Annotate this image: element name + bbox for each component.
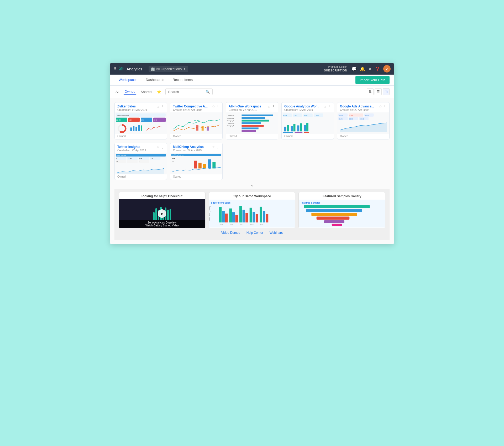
svg-rect-47	[291, 126, 293, 131]
more-icon[interactable]: ⋮	[383, 105, 387, 109]
tab-recent-items[interactable]: Recent Items	[168, 75, 197, 85]
workspace-card-twitter-insights[interactable]: Twitter Insights Created on: 22 Apr 2019…	[114, 143, 167, 180]
more-icon[interactable]: ⋮	[327, 105, 331, 109]
card-actions: ☆ ⋮	[268, 105, 275, 109]
svg-rect-16	[138, 125, 140, 131]
workspace-card-twitter-comp[interactable]: Twitter Competitive A... Created on: 23 …	[170, 102, 223, 139]
import-button[interactable]: Import Your Data	[355, 76, 390, 84]
workspace-card-zylker[interactable]: Zylker Sales Created on: 14 May 2019 ☆ ⋮…	[114, 102, 167, 139]
svg-rect-112	[256, 214, 258, 222]
svg-rect-49	[297, 125, 299, 131]
zylker-chart: Sales Dashboard $2.4M 1.2K 84% $340	[115, 112, 167, 134]
card-header: Google Analytics Wor... Created on: 22 A…	[282, 102, 334, 112]
card-actions: ☆ ⋮	[156, 105, 164, 109]
help-center-link[interactable]: Help Center	[246, 231, 263, 235]
building-icon: 🏢	[151, 67, 155, 71]
user-avatar[interactable]: Z	[383, 65, 391, 72]
close-icon[interactable]: ✕	[368, 66, 372, 71]
search-icon: 🔍	[206, 90, 210, 94]
sort-button[interactable]: ⇅	[367, 88, 374, 95]
analytics-logo-icon	[119, 66, 125, 72]
star-icon[interactable]: ☆	[323, 105, 326, 108]
card-thumbnail: 21.3%	[170, 112, 222, 134]
star-icon[interactable]: ☆	[156, 105, 159, 108]
search-input[interactable]	[168, 90, 204, 94]
sub-nav: Workspaces Dashboards Recent Items Impor…	[110, 75, 394, 86]
svg-rect-55	[304, 132, 309, 133]
chat-icon[interactable]: 💬	[351, 66, 357, 71]
svg-text:Category B: Category B	[227, 117, 234, 119]
org-selector[interactable]: 🏢 All Organizations ▼	[149, 66, 188, 72]
svg-text:0.05M: 0.05M	[339, 115, 343, 116]
svg-text:4.1K: 4.1K	[294, 115, 297, 116]
tab-dashboards[interactable]: Dashboards	[141, 75, 168, 85]
svg-text:Category A: Category A	[227, 115, 234, 116]
webinars-link[interactable]: Webinars	[270, 231, 283, 235]
workspace-card-mailchimp[interactable]: MailChimp Analytics Created on: 22 Apr 2…	[170, 143, 223, 180]
search-box[interactable]: 🔍	[165, 89, 213, 95]
grid-icon[interactable]: ⠿	[113, 66, 117, 71]
filter-shared[interactable]: Shared	[140, 89, 153, 94]
svg-text:2014: 2014	[230, 224, 233, 225]
more-icon[interactable]: ⋮	[216, 105, 220, 109]
svg-rect-50	[300, 123, 302, 132]
grid-view-button[interactable]: ⊞	[383, 88, 390, 95]
card-thumbnail: Sales Dashboard $2.4M 1.2K 84% $340	[115, 112, 167, 134]
svg-rect-128	[332, 224, 342, 226]
card-header: MailChimp Analytics Created on: 22 Apr 2…	[170, 143, 222, 153]
svg-rect-48	[293, 124, 296, 132]
filter-all[interactable]: All	[114, 89, 120, 94]
play-button[interactable]: ▶	[158, 209, 166, 218]
more-icon[interactable]: ⋮	[160, 145, 164, 149]
more-icon[interactable]: ⋮	[216, 145, 220, 149]
expand-chevron[interactable]: ⌄	[114, 180, 390, 189]
bell-icon[interactable]: 🔔	[360, 66, 365, 71]
help-icon[interactable]: ❓	[375, 66, 380, 71]
svg-rect-30	[242, 130, 256, 132]
card-header: Google Ads Advance... Created on: 22 Apr…	[337, 102, 389, 112]
svg-text:$786: $786	[304, 115, 308, 116]
bar	[153, 212, 155, 220]
card-title: Google Ads Advance...	[340, 105, 379, 108]
workspace-card-google-analytics[interactable]: Google Analytics Wor... Created on: 22 A…	[281, 102, 334, 139]
filter-bar: All Owned Shared ⭐ 🔍 ⇅ ☰ ⊞	[110, 86, 394, 98]
workspace-card-allinone[interactable]: All-in-One Workspace Created on: 22 Apr …	[226, 102, 278, 139]
footer-links: Video Demos Help Center Webinars	[119, 228, 385, 236]
card-title: Zylker Sales	[117, 105, 156, 108]
star-icon[interactable]: ☆	[212, 105, 215, 108]
svg-rect-107	[239, 206, 242, 222]
help-video-card[interactable]: Looking for help? Checkout!	[119, 192, 206, 228]
card-actions: ☆ ⋮	[212, 145, 220, 149]
list-view-button[interactable]: ☰	[375, 88, 382, 95]
filter-owned[interactable]: Owned	[123, 89, 136, 95]
card-actions: ☆ ⋮	[379, 105, 387, 109]
svg-text:Sales Dashboard: Sales Dashboard	[117, 115, 129, 116]
tab-workspaces[interactable]: Workspaces	[114, 75, 141, 85]
svg-rect-29	[242, 127, 258, 129]
svg-rect-101	[219, 207, 222, 222]
star-icon[interactable]: ☆	[156, 145, 159, 149]
card-header: Twitter Insights Created on: 22 Apr 2019…	[115, 143, 167, 153]
svg-text:$340: $340	[154, 119, 157, 121]
svg-rect-53	[283, 132, 293, 133]
more-icon[interactable]: ⋮	[160, 105, 164, 109]
more-icon[interactable]: ⋮	[272, 105, 275, 109]
help-title: Looking for help? Checkout!	[119, 192, 205, 199]
workspace-card-google-ads[interactable]: Google Ads Advance... Created on: 22 Apr…	[337, 102, 390, 139]
video-demos-link[interactable]: Video Demos	[221, 231, 240, 235]
star-icon[interactable]: ☆	[268, 105, 271, 108]
featured-samples-card[interactable]: Featured Samples Gallery Featured Sample…	[298, 192, 385, 228]
card-footer: Owned	[170, 134, 222, 139]
svg-text:1.2K: 1.2K	[139, 158, 142, 159]
video-thumbnail: ▶ Zoho Analytics OverviewWatch Getting S…	[119, 199, 205, 228]
bar	[155, 208, 157, 220]
samples-title: Featured Samples Gallery	[299, 192, 385, 199]
video-bg: ▶ Zoho Analytics OverviewWatch Getting S…	[119, 199, 205, 228]
star-icon[interactable]: ☆	[212, 145, 215, 149]
star-icon[interactable]: ☆	[379, 105, 382, 108]
filter-starred[interactable]: ⭐	[156, 89, 162, 94]
card-footer: Owned	[170, 174, 222, 180]
svg-rect-25	[242, 117, 265, 119]
svg-text:3.19%: 3.19%	[349, 115, 354, 116]
demo-workspace-card[interactable]: Try our Demo Workspace Super Store Sales…	[209, 192, 296, 228]
